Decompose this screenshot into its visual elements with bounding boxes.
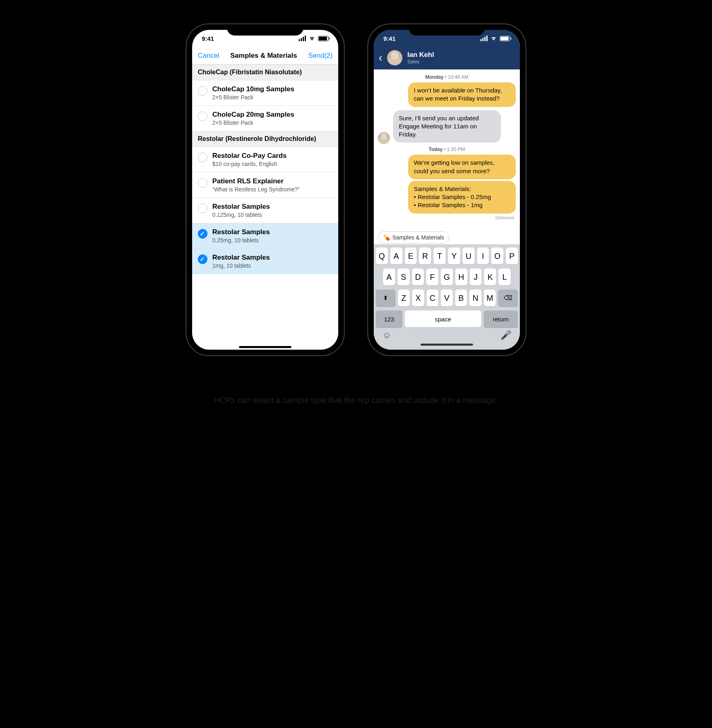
key-m[interactable]: M [484, 290, 496, 306]
status-time: 9:41 [383, 35, 396, 42]
sample-item-sub: 0.125mg, 10 tablets [212, 212, 270, 218]
shift-key[interactable]: ⬆ [376, 290, 396, 306]
phone-left: 9:41 Cancel Samples & Materials Send(2) … [186, 24, 344, 355]
section-header: CholeCap (Fibristatin Niasolutate) [192, 65, 338, 80]
cancel-button[interactable]: Cancel [198, 52, 219, 60]
key-c[interactable]: C [427, 290, 439, 306]
key-u[interactable]: U [463, 248, 475, 264]
sample-item-sub: 2×5 Blister Pack [212, 120, 294, 126]
time-separator: Monday • 10:48 AM [378, 74, 516, 80]
contact-name: Ian Kehl [407, 51, 434, 59]
chat-body[interactable]: Monday • 10:48 AM I won’t be available o… [374, 69, 520, 244]
backspace-key[interactable]: ⌫ [498, 290, 518, 306]
key-h[interactable]: H [455, 269, 467, 285]
message-received: Sure, I’ll send you an updated Engage Me… [393, 110, 501, 143]
signal-icon [299, 36, 306, 41]
home-indicator[interactable] [421, 344, 473, 346]
samples-chip[interactable]: 💊 Samples & Materials [378, 231, 449, 243]
key-g[interactable]: G [441, 269, 453, 285]
samples-list: CholeCap (Fibristatin Niasolutate)CholeC… [192, 65, 338, 344]
delivered-label: Delivered [378, 215, 514, 220]
return-key[interactable]: return [484, 311, 518, 327]
sample-item-title: Restolar Co-Pay Cards [212, 152, 287, 160]
section-header: Restolar (Restinerole Dihydrochloride) [192, 131, 338, 147]
emoji-icon[interactable]: ☺ [382, 330, 391, 340]
key-l[interactable]: L [498, 269, 511, 285]
sample-item-sub: 0.25mg, 10 tablets [212, 237, 270, 243]
key-i[interactable]: I [477, 248, 489, 264]
unchecked-circle-icon[interactable] [198, 86, 207, 96]
key-e[interactable]: E [405, 248, 417, 264]
sample-item-sub: 1mg, 10 tablets [212, 262, 270, 269]
sample-item[interactable]: Restolar Samples1mg, 10 tablets [192, 249, 338, 274]
key-z[interactable]: Z [398, 290, 410, 306]
signal-icon [480, 36, 488, 41]
message-sent: Samples & Materials: • Restolar Samples … [408, 181, 516, 214]
keyboard[interactable]: QAERTYUIOP ASDFGHJKL ⬆ ZXCVBNM ⌫ 123 spa… [374, 244, 520, 350]
mic-icon[interactable]: 🎤 [500, 330, 511, 340]
sample-item-sub: $10 co-pay cards, English [212, 161, 287, 167]
nav-bar: Cancel Samples & Materials Send(2) [192, 47, 338, 65]
chat-header: ‹ Ian Kehl Sales [374, 47, 520, 69]
unchecked-circle-icon[interactable] [198, 111, 207, 121]
sample-item-title: Restolar Samples [212, 254, 270, 262]
key-r[interactable]: R [419, 248, 431, 264]
sample-item-title: Restolar Samples [212, 228, 270, 236]
key-f[interactable]: F [426, 269, 438, 285]
checkmark-icon[interactable] [198, 229, 207, 239]
unchecked-circle-icon[interactable] [198, 204, 207, 213]
key-n[interactable]: N [469, 290, 482, 306]
sample-item-title: CholeCap 10mg Samples [212, 85, 294, 93]
unchecked-circle-icon[interactable] [198, 153, 207, 162]
avatar-small [378, 132, 390, 144]
key-a[interactable]: A [390, 248, 402, 264]
checkmark-icon[interactable] [198, 254, 207, 264]
battery-icon [500, 36, 510, 41]
message-sent: We’re getting low on samples, could you … [408, 155, 516, 179]
key-q[interactable]: Q [376, 248, 388, 264]
notch [408, 24, 485, 36]
key-y[interactable]: Y [448, 248, 460, 264]
sample-item-title: Restolar Samples [212, 203, 270, 211]
status-time: 9:41 [202, 35, 214, 42]
key-d[interactable]: D [412, 269, 424, 285]
chip-label: Samples & Materials [392, 234, 444, 241]
time-separator: Today • 1:20 PM [378, 147, 516, 152]
message-sent: I won’t be available on Thursday, can we… [408, 82, 516, 107]
key-t[interactable]: T [433, 248, 446, 264]
sample-item-title: Patient RLS Explainer [212, 177, 299, 185]
key-b[interactable]: B [455, 290, 467, 306]
avatar[interactable] [387, 50, 402, 65]
page-title: Samples & Materials [230, 52, 297, 60]
key-k[interactable]: K [484, 269, 496, 285]
phone-right: 9:41 ‹ Ian Kehl Sales Monday • 10:48 AM … [368, 24, 526, 355]
send-button[interactable]: Send(2) [308, 52, 332, 60]
sample-item[interactable]: Restolar Co-Pay Cards$10 co-pay cards, E… [192, 147, 338, 172]
back-icon[interactable]: ‹ [379, 52, 382, 63]
key-v[interactable]: V [441, 290, 453, 306]
sample-item[interactable]: Patient RLS Explainer“What is Restless L… [192, 172, 338, 198]
key-p[interactable]: P [506, 248, 518, 264]
battery-icon [318, 36, 329, 41]
sample-item-sub: 2×5 Blister Pack [212, 94, 294, 101]
sample-item[interactable]: Restolar Samples0.125mg, 10 tablets [192, 198, 338, 223]
sample-item[interactable]: Restolar Samples0.25mg, 10 tablets [192, 223, 338, 249]
sample-item[interactable]: CholeCap 10mg Samples2×5 Blister Pack [192, 80, 338, 106]
numbers-key[interactable]: 123 [376, 311, 402, 327]
sample-item-title: CholeCap 20mg Samples [212, 111, 294, 119]
sample-item[interactable]: CholeCap 20mg Samples2×5 Blister Pack [192, 106, 338, 131]
key-x[interactable]: X [412, 290, 424, 306]
key-a[interactable]: A [383, 269, 395, 285]
contact-role: Sales [407, 59, 434, 65]
unchecked-circle-icon[interactable] [198, 178, 207, 188]
wifi-icon [308, 36, 316, 41]
key-j[interactable]: J [470, 269, 482, 285]
key-s[interactable]: S [398, 269, 410, 285]
key-o[interactable]: O [491, 248, 503, 264]
pill-icon: 💊 [383, 234, 390, 241]
caption: HCPs can select a sample type that the r… [32, 396, 680, 405]
space-key[interactable]: space [405, 311, 481, 327]
notch [227, 24, 304, 36]
home-indicator[interactable] [239, 346, 291, 348]
wifi-icon [490, 36, 497, 41]
